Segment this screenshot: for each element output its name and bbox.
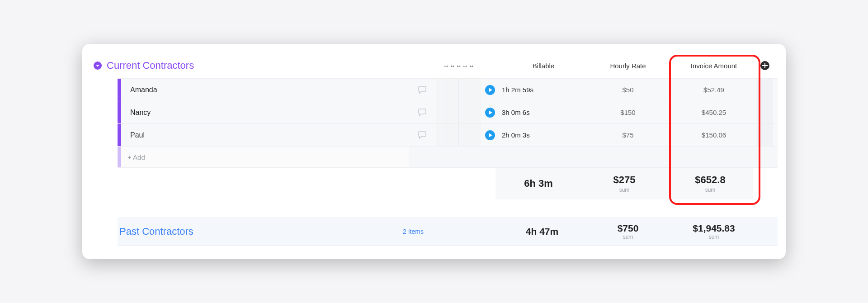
- row-name-cell[interactable]: Amanda: [121, 86, 409, 94]
- mini-cell[interactable]: [436, 101, 447, 123]
- past-sum-label: sum: [623, 234, 633, 240]
- mini-cell[interactable]: [447, 101, 458, 123]
- add-row-rest: [409, 147, 778, 167]
- mini-cell[interactable]: [470, 101, 481, 123]
- past-billable: 4h 47m: [499, 218, 585, 245]
- mini-cell[interactable]: [458, 79, 470, 101]
- mini-cell[interactable]: [458, 124, 470, 146]
- comment-icon[interactable]: [409, 85, 436, 95]
- column-resize-handles[interactable]: ↔ ↔ ↔ ↔ ↔: [436, 62, 481, 69]
- comment-icon[interactable]: [409, 107, 436, 118]
- resize-handle-icon[interactable]: ↔: [462, 62, 467, 69]
- past-end-spacer: [757, 218, 773, 245]
- row-name-cell[interactable]: Paul: [121, 131, 409, 139]
- past-rate: $750 sum: [585, 218, 671, 245]
- section-title[interactable]: Current Contractors: [107, 60, 194, 71]
- past-section-title[interactable]: Past Contractors: [118, 218, 391, 245]
- section-header: Current Contractors: [92, 57, 409, 74]
- past-invoice-value: $1,945.83: [693, 223, 735, 234]
- mini-cell[interactable]: [458, 101, 470, 123]
- column-header-billable[interactable]: Billable: [499, 62, 585, 70]
- sum-billable: 6h 3m: [495, 168, 581, 199]
- row-color-bar: [118, 147, 121, 167]
- past-item-count: 2 Items: [391, 218, 436, 245]
- mini-cell[interactable]: [436, 124, 447, 146]
- invoice-value[interactable]: $52.49: [703, 86, 724, 94]
- row-end-spacer: [757, 124, 773, 146]
- past-invoice: $1,945.83 sum: [671, 218, 757, 245]
- sum-rate: $275 sum: [581, 168, 667, 199]
- rate-value[interactable]: $150: [620, 109, 635, 116]
- billable-value[interactable]: 1h 2m 59s: [502, 86, 533, 94]
- sum-end-spacer: [753, 168, 769, 199]
- add-row[interactable]: + Add: [118, 146, 778, 168]
- sum-invoice-value: $652.8: [695, 174, 725, 186]
- resize-handle-icon[interactable]: ↔: [449, 62, 455, 69]
- mini-cell[interactable]: [470, 124, 481, 146]
- column-header-hourly-rate[interactable]: Hourly Rate: [585, 62, 671, 70]
- resize-handle-icon[interactable]: ↔: [468, 62, 474, 69]
- billable-value[interactable]: 3h 0m 6s: [502, 109, 530, 116]
- mini-cells: [436, 79, 481, 101]
- past-play-placeholder: [481, 218, 499, 245]
- billable-value[interactable]: 2h 0m 3s: [502, 131, 530, 139]
- play-button[interactable]: [481, 108, 499, 118]
- table-row[interactable]: Nancy 3h 0m 6s $150 $450.25: [118, 101, 778, 123]
- table-row[interactable]: Paul 2h 0m 3s $75 $150.06: [118, 123, 778, 146]
- mini-cells: [436, 101, 481, 123]
- section-gap: [92, 199, 778, 218]
- row-end-spacer: [757, 79, 773, 101]
- collapse-toggle[interactable]: [93, 61, 102, 70]
- past-sum-label: sum: [709, 234, 719, 240]
- rate-value[interactable]: $50: [622, 86, 633, 94]
- resize-handle-icon[interactable]: ↔: [456, 62, 461, 69]
- svg-rect-3: [762, 65, 768, 66]
- past-mini-placeholder: [436, 218, 481, 245]
- resize-handle-icon[interactable]: ↔: [443, 62, 448, 69]
- sum-row: 6h 3m $275 sum $652.8 sum: [118, 168, 778, 199]
- past-billable-value: 4h 47m: [526, 226, 558, 237]
- add-row-label[interactable]: + Add: [121, 153, 409, 161]
- mini-cell[interactable]: [447, 124, 458, 146]
- sum-billable-value: 6h 3m: [524, 178, 553, 189]
- column-header-invoice-amount[interactable]: Invoice Amount: [671, 62, 757, 70]
- mini-cell[interactable]: [436, 79, 447, 101]
- contractors-card: Current Contractors ↔ ↔ ↔ ↔ ↔ Billable H…: [82, 44, 786, 259]
- row-color-bar: [118, 79, 121, 101]
- rate-value[interactable]: $75: [622, 131, 633, 139]
- table-row[interactable]: Amanda 1h 2m 59s $50 $52.49: [118, 78, 778, 101]
- row-end-spacer: [757, 101, 773, 123]
- sum-invoice: $652.8 sum: [667, 168, 753, 199]
- row-color-bar: [118, 124, 121, 146]
- sum-label: sum: [705, 187, 716, 193]
- mini-cells: [436, 124, 481, 146]
- invoice-value[interactable]: $450.25: [702, 109, 726, 116]
- past-contractors-group[interactable]: Past Contractors 2 Items 4h 47m $750 sum…: [118, 218, 778, 246]
- sum-label: sum: [619, 187, 630, 193]
- play-button[interactable]: [481, 130, 499, 140]
- table-rows: Amanda 1h 2m 59s $50 $52.49 Nancy: [92, 78, 778, 199]
- row-name-cell[interactable]: Nancy: [121, 109, 409, 117]
- mini-cell[interactable]: [470, 79, 481, 101]
- comment-icon[interactable]: [409, 130, 436, 141]
- sum-rate-value: $275: [613, 174, 636, 186]
- play-button[interactable]: [481, 85, 499, 95]
- mini-cell[interactable]: [447, 79, 458, 101]
- add-column-button[interactable]: [757, 61, 773, 71]
- row-color-bar: [118, 101, 121, 123]
- invoice-value[interactable]: $150.06: [702, 131, 726, 139]
- past-rate-value: $750: [618, 223, 639, 234]
- section-header-row: Current Contractors ↔ ↔ ↔ ↔ ↔ Billable H…: [92, 57, 778, 74]
